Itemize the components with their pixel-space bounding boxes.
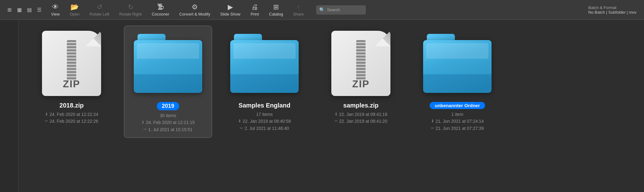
slide-show-button[interactable]: ▶ Slide Show bbox=[215, 0, 245, 20]
file-items-count: 30 items bbox=[141, 112, 194, 119]
file-date1: 21. Jun 2021 at 07:24:14 bbox=[436, 118, 484, 125]
zip-paper: ZIP bbox=[42, 31, 101, 96]
grid-small-view-button[interactable]: ▦ bbox=[15, 6, 24, 14]
catalog-label: Catalog bbox=[269, 12, 283, 16]
search-placeholder: Search bbox=[327, 7, 340, 12]
file-date1: 24. Feb 2020 at 12:21:15 bbox=[146, 119, 194, 126]
batch-format-section: Batch & Format No Batch | Subfolder | mo… bbox=[583, 5, 642, 15]
zip-label: ZIP bbox=[63, 78, 80, 90]
file-date2: 1. Jul 2021 at 15:15:51 bbox=[148, 126, 192, 133]
file-meta: 30 items ⬇ 24. Feb 2020 at 12:21:15 ✂ 1.… bbox=[141, 112, 194, 133]
grid-view-button[interactable]: ⊞ bbox=[5, 6, 14, 14]
cocooner-label: Cocooner bbox=[152, 12, 169, 16]
file-date1-row: ⬇ 24. Feb 2020 at 12:21:15 bbox=[141, 119, 194, 126]
file-date2: 21. Jun 2021 at 07:27:39 bbox=[436, 125, 484, 132]
file-name: samples.zip bbox=[343, 102, 378, 109]
sidebar bbox=[0, 20, 19, 192]
catalog-button[interactable]: ⊞ Catalog bbox=[264, 0, 288, 20]
file-date2: 24. Feb 2020 at 12:22:26 bbox=[49, 118, 98, 125]
file-meta: 1 item ⬇ 21. Jun 2021 at 07:24:14 ✂ 21. … bbox=[431, 111, 484, 132]
zip-icon: ZIP bbox=[331, 31, 390, 96]
search-icon: 🔍 bbox=[319, 7, 325, 13]
folder-body bbox=[134, 40, 202, 93]
folder-body bbox=[423, 40, 492, 93]
zip-icon-wrap: ZIP bbox=[327, 29, 395, 98]
filmstrip-view-button[interactable]: ▤ bbox=[25, 6, 34, 14]
view-icons-group: ⊞ ▦ ▤ ☰ bbox=[2, 6, 46, 14]
file-date2-row: ✂ 22. Jan 2019 at 08:41:20 bbox=[334, 118, 387, 125]
file-date2: 2. Jul 2021 at 11:46:40 bbox=[245, 125, 289, 132]
view-button[interactable]: 👁 View bbox=[46, 0, 65, 20]
download-icon: ⬇ bbox=[334, 111, 338, 118]
open-icon: 📂 bbox=[70, 3, 79, 11]
file-date1: 22. Jan 2019 at 08:41:18 bbox=[339, 111, 387, 118]
search-box[interactable]: 🔍 Search bbox=[316, 5, 366, 15]
file-item-samples-england[interactable]: Samples England17 items ⬇ 22. Jan 2019 a… bbox=[221, 26, 308, 136]
slide-show-label: Slide Show bbox=[220, 12, 240, 16]
folder-icon-wrap bbox=[423, 29, 492, 98]
file-item-2018zip[interactable]: ZIP 2018.zip ⬇ 24. Feb 2020 at 12:22:24 … bbox=[28, 26, 115, 129]
file-badge: 2019 bbox=[157, 102, 179, 110]
folder-icon-wrap bbox=[134, 29, 202, 98]
folder-shine bbox=[426, 43, 488, 59]
print-label: Print bbox=[250, 12, 259, 16]
convert-modify-button[interactable]: ⚙ Convert & Modify bbox=[174, 0, 215, 20]
file-date2: 22. Jan 2019 at 08:41:20 bbox=[339, 118, 387, 125]
view-label: View bbox=[51, 12, 60, 16]
rotate-right-button[interactable]: ↻ Rotate Right bbox=[114, 0, 147, 20]
convert-icon: ⚙ bbox=[192, 3, 198, 11]
zip-zipper bbox=[67, 40, 76, 80]
view-icon: 👁 bbox=[52, 3, 59, 11]
folder-icon bbox=[423, 34, 492, 93]
file-meta: ⬇ 24. Feb 2020 at 12:22:24 ✂ 24. Feb 202… bbox=[45, 111, 98, 125]
file-date2-row: ✂ 21. Jun 2021 at 07:27:39 bbox=[431, 125, 484, 132]
list-view-button[interactable]: ☰ bbox=[35, 6, 44, 14]
zip-icon: ZIP bbox=[42, 31, 101, 96]
print-button[interactable]: 🖨 Print bbox=[245, 0, 264, 20]
file-browser: ZIP 2018.zip ⬇ 24. Feb 2020 at 12:22:24 … bbox=[19, 20, 644, 192]
print-icon: 🖨 bbox=[251, 3, 258, 11]
zip-zipper bbox=[356, 40, 366, 80]
file-date1-row: ⬇ 21. Jun 2021 at 07:24:14 bbox=[431, 118, 484, 125]
folder-icon-wrap bbox=[230, 29, 299, 98]
rotate-right-label: Rotate Right bbox=[119, 12, 142, 16]
folder-body bbox=[230, 40, 299, 93]
main-area: ZIP 2018.zip ⬇ 24. Feb 2020 at 12:22:24 … bbox=[0, 20, 644, 192]
file-date2-row: ✂ 1. Jul 2021 at 15:15:51 bbox=[141, 126, 194, 133]
folder-tab bbox=[234, 34, 262, 41]
batch-format-value: No Batch | Subfolder | mov bbox=[588, 10, 637, 15]
file-item-unbenannter-ordner[interactable]: unbenannter Ordner1 item ⬇ 21. Jun 2021 … bbox=[414, 26, 501, 136]
file-badge: unbenannter Ordner bbox=[430, 102, 485, 109]
folder-shine bbox=[137, 43, 199, 59]
scissors-icon: ✂ bbox=[240, 125, 243, 132]
cocooner-button[interactable]: 🗜 Cocooner bbox=[147, 0, 174, 20]
download-icon: ⬇ bbox=[141, 119, 145, 126]
file-meta: ⬇ 22. Jan 2019 at 08:41:18 ✂ 22. Jan 201… bbox=[334, 111, 387, 125]
open-button[interactable]: 📂 Open bbox=[65, 0, 85, 20]
file-date1-row: ⬇ 22. Jan 2019 at 08:40:58 bbox=[238, 118, 291, 125]
slideshow-icon: ▶ bbox=[228, 3, 233, 11]
file-item-2019[interactable]: 201930 items ⬇ 24. Feb 2020 at 12:21:15 … bbox=[124, 26, 212, 137]
file-date2-row: ✂ 2. Jul 2021 at 11:46:40 bbox=[238, 125, 291, 132]
folder-icon bbox=[230, 34, 299, 93]
share-icon: ↑ bbox=[296, 3, 300, 11]
rotate-right-icon: ↻ bbox=[128, 3, 133, 11]
zip-icon-wrap: ZIP bbox=[37, 29, 106, 98]
file-date2-row: ✂ 24. Feb 2020 at 12:22:26 bbox=[45, 118, 98, 125]
file-item-sampleszip[interactable]: ZIP samples.zip ⬇ 22. Jan 2019 at 08:41:… bbox=[317, 26, 404, 129]
file-date1: 22. Jan 2019 at 08:40:58 bbox=[243, 118, 291, 125]
file-items-count: 17 items bbox=[238, 111, 291, 118]
rotate-left-button[interactable]: ↺ Rotate Left bbox=[85, 0, 114, 20]
file-name: 2018.zip bbox=[59, 102, 84, 109]
cocooner-icon: 🗜 bbox=[157, 3, 164, 11]
folder-tab bbox=[427, 34, 455, 41]
rotate-left-label: Rotate Left bbox=[90, 12, 110, 16]
share-button[interactable]: ↑ Share bbox=[288, 0, 309, 20]
scissors-icon: ✂ bbox=[143, 126, 147, 133]
scissors-icon: ✂ bbox=[45, 118, 48, 125]
search-button[interactable]: 🔍 Search bbox=[309, 0, 373, 20]
file-date1-row: ⬇ 22. Jan 2019 at 08:41:18 bbox=[334, 111, 387, 118]
folder-icon bbox=[134, 34, 202, 93]
download-icon: ⬇ bbox=[431, 118, 434, 125]
open-label: Open bbox=[70, 12, 80, 16]
